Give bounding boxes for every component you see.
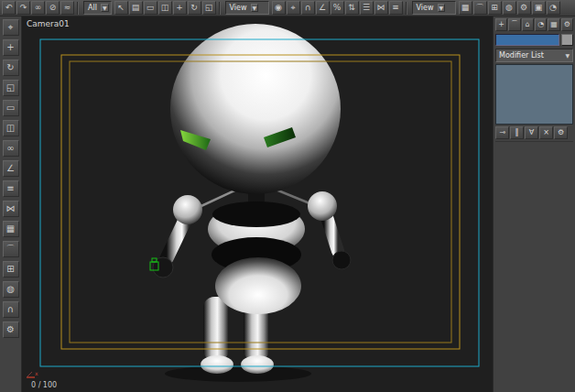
create-tab-icon[interactable]: + [495, 18, 507, 31]
snap-tool-icon[interactable]: ∩ [3, 301, 19, 318]
robot-right-hand [332, 251, 351, 269]
select-and-move-icon[interactable]: + [173, 1, 187, 15]
select-object-icon[interactable]: ↖ [114, 1, 128, 15]
configure-modifier-sets-icon[interactable]: ⚙ [554, 126, 568, 139]
command-panel: +⌒⌂◔▦⚙ Modifier List ▼ ⊸‖∀×⚙ [493, 16, 575, 392]
angle-tool-icon[interactable]: ∠ [3, 160, 19, 177]
display-tab-icon[interactable]: ▦ [548, 18, 559, 31]
schematic-tool-icon[interactable]: ⊞ [3, 261, 19, 278]
world-axis-icon: x [25, 367, 39, 380]
viewport-label[interactable]: Camera01 [27, 19, 70, 28]
chevron-down-icon: ▼ [438, 4, 446, 12]
robot-left-foot [201, 355, 233, 374]
show-end-result-icon[interactable]: ‖ [510, 126, 524, 139]
modifier-list-dropdown[interactable]: Modifier List ▼ [495, 49, 573, 62]
toolbar-separator [219, 2, 221, 15]
window-crossing-icon[interactable]: ◫ [158, 1, 172, 15]
select-and-rotate-icon[interactable]: ↻ [188, 1, 201, 15]
reference-coordinate-value: View [230, 4, 247, 12]
select-tool-icon[interactable]: ⌖ [3, 19, 19, 36]
modifier-stack-toolbar: ⊸‖∀×⚙ [495, 126, 573, 139]
toolbar-separator [77, 2, 79, 15]
align-tool-icon[interactable]: ≡ [3, 180, 19, 197]
pin-stack-icon[interactable]: ⊸ [495, 126, 509, 139]
use-center-icon[interactable]: ◉ [272, 1, 286, 15]
robot-left-leg [203, 297, 229, 361]
modifier-stack[interactable] [495, 64, 573, 125]
align-icon[interactable]: ≡ [389, 1, 403, 15]
mirror-icon[interactable]: ⋈ [374, 1, 388, 15]
percent-snap-icon[interactable]: % [331, 1, 344, 15]
rectangular-selection-icon[interactable]: ▭ [144, 1, 157, 15]
render-type-icon[interactable]: ▣ [532, 1, 546, 15]
select-and-link-icon[interactable]: ∞ [31, 1, 45, 15]
chevron-down-icon: ▼ [565, 52, 570, 59]
main-toolbar: ↶↷∞⊘≈ All ▼ ↖▤▭◫+↻◱ View ▼ ◉⌖∩∠%⇅☰⋈≡ Vie… [0, 0, 575, 16]
select-and-manipulate-icon[interactable]: ⌖ [287, 1, 300, 15]
rotate-tool-icon[interactable]: ↻ [3, 60, 19, 76]
modifier-list-label: Modifier List [499, 51, 544, 60]
curves-tool-icon[interactable]: ⌒ [3, 241, 19, 257]
view-dropdown-value: View [417, 4, 434, 12]
region-tool-icon[interactable]: ▭ [3, 100, 19, 116]
make-unique-icon[interactable]: ∀ [525, 126, 538, 139]
reference-coordinate-dropdown[interactable]: View ▼ [225, 1, 269, 15]
material-editor-icon[interactable]: ◍ [503, 1, 516, 15]
chevron-down-icon: ▼ [251, 4, 259, 12]
mirror-tool-icon[interactable]: ⋈ [3, 201, 19, 217]
unlink-selection-icon[interactable]: ⊘ [46, 1, 60, 15]
frame-counter: 0 / 100 [31, 381, 57, 389]
render-setup-icon[interactable]: ⚙ [517, 1, 531, 15]
object-name-row [495, 34, 573, 46]
robot-pelvis [215, 257, 301, 314]
remove-modifier-icon[interactable]: × [539, 126, 553, 139]
selection-filter-dropdown[interactable]: All ▼ [83, 1, 112, 15]
spinner-snap-icon[interactable]: ⇅ [345, 1, 359, 15]
select-and-scale-icon[interactable]: ◱ [202, 1, 216, 15]
svg-text:x: x [35, 370, 38, 376]
schematic-view-icon[interactable]: ⊞ [488, 1, 502, 15]
robot-model[interactable] [153, 24, 351, 382]
redo-icon[interactable]: ↷ [16, 1, 30, 15]
rollout-area [495, 141, 573, 392]
angle-snap-icon[interactable]: ∠ [316, 1, 330, 15]
robot-left-hand [153, 257, 173, 278]
robot-chest-band [212, 201, 300, 227]
move-tool-icon[interactable]: + [3, 39, 19, 56]
toolbar-separator [406, 2, 407, 15]
named-selection-sets-icon[interactable]: ☰ [360, 1, 374, 15]
scene-3d-render [22, 16, 493, 392]
view-dropdown[interactable]: View ▼ [412, 1, 456, 15]
side-toolbar: ⌖+↻◱▭◫∞∠≡⋈▦⌒⊞◍∩⚙ [0, 16, 22, 392]
toolbar-group-selection: ↖▤▭◫+↻◱ [114, 1, 216, 15]
modify-tab-icon[interactable]: ⌒ [508, 18, 520, 31]
robot-left-shoulder [173, 195, 202, 224]
undo-icon[interactable]: ↶ [2, 1, 16, 15]
robot-head [170, 24, 341, 194]
quick-render-icon[interactable]: ◔ [547, 1, 560, 15]
snap-toggle-icon[interactable]: ∩ [301, 1, 315, 15]
object-color-swatch[interactable] [561, 34, 573, 46]
layer-manager-icon[interactable]: ▦ [459, 1, 472, 15]
hierarchy-tab-icon[interactable]: ⌂ [522, 18, 534, 31]
app-window: ↶↷∞⊘≈ All ▼ ↖▤▭◫+↻◱ View ▼ ◉⌖∩∠%⇅☰⋈≡ Vie… [0, 0, 575, 392]
toolbar-group-rendering: ▦⌒⊞◍⚙▣◔ [459, 1, 560, 15]
robot-right-shoulder [308, 191, 337, 221]
curve-editor-icon[interactable]: ⌒ [473, 1, 487, 15]
window-tool-icon[interactable]: ◫ [3, 120, 19, 136]
utilities-tab-icon[interactable]: ⚙ [561, 18, 573, 31]
select-by-name-icon[interactable]: ▤ [129, 1, 143, 15]
motion-tab-icon[interactable]: ◔ [535, 18, 547, 31]
robot-right-foot [241, 355, 274, 374]
layers-tool-icon[interactable]: ▦ [3, 221, 19, 237]
link-tool-icon[interactable]: ∞ [3, 140, 19, 157]
ground-shadow [165, 365, 311, 382]
scale-tool-icon[interactable]: ◱ [3, 80, 19, 96]
object-name-field[interactable] [495, 34, 559, 46]
bind-to-spacewarp-icon[interactable]: ≈ [60, 1, 74, 15]
toolbar-group-history: ↶↷∞⊘≈ [2, 1, 74, 15]
material-tool-icon[interactable]: ◍ [3, 281, 19, 298]
command-panel-tabs: +⌒⌂◔▦⚙ [495, 18, 573, 31]
settings-tool-icon[interactable]: ⚙ [3, 321, 19, 338]
camera-viewport[interactable]: Camera01 [22, 16, 493, 392]
